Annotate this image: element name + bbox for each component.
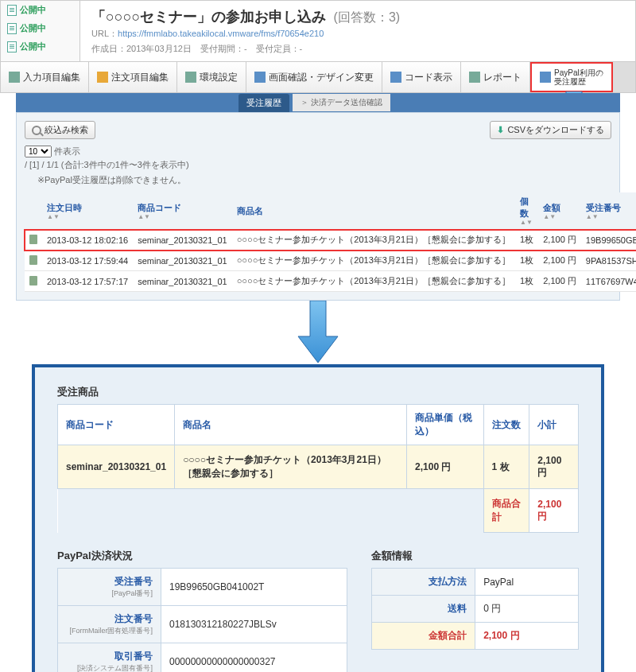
toolbar-label: PayPal利用の受注履歴 — [554, 68, 603, 86]
item-row: seminar_20130321_01 ○○○○セミナー参加チケット（2013年… — [58, 445, 579, 489]
paypal-heading: PayPal決済状況 — [57, 549, 347, 563]
form-title: 「○○○○セミナー」の参加お申し込み — [91, 9, 327, 25]
download-csv-button[interactable]: ⬇CSVをダウンロードする — [490, 121, 611, 139]
screen-icon — [254, 72, 266, 83]
toolbar-label: 注文項目編集 — [111, 71, 169, 84]
col-code[interactable]: 商品コード▲▼ — [133, 192, 232, 230]
status-item: 公開中 — [1, 19, 80, 37]
cell-name: ○○○○セミナー参加チケット（2013年3月21日）［懇親会に参加する］ — [232, 271, 515, 292]
items-total-label: 商品合計 — [483, 489, 529, 533]
list-note: ※PayPal受注履歴は削除できません。 — [37, 174, 611, 186]
col-datetime[interactable]: 注文日時▲▼ — [42, 192, 133, 230]
button-label: CSVをダウンロードする — [507, 124, 604, 136]
page-size-label: 件表示 — [54, 146, 80, 156]
arrow-annotation — [0, 301, 636, 364]
toolbar-spacer — [613, 62, 635, 92]
report-button[interactable]: レポート — [461, 62, 530, 92]
document-icon — [7, 5, 17, 16]
design-preview-button[interactable]: 画面確認・デザイン変更 — [246, 62, 382, 92]
cell-amount: 2,100 円 — [538, 230, 581, 251]
answer-count: (回答数：3) — [334, 10, 401, 24]
code-icon — [390, 72, 401, 83]
items-total-value: 2,100 円 — [529, 489, 579, 533]
cell-datetime: 2013-03-12 18:02:16 — [42, 230, 133, 251]
page-size-row: 10 件表示 / [1] / 1/1 (合計:3件中の1件〜3件を表示中) — [25, 146, 611, 171]
status-item: 公開中 — [1, 37, 80, 56]
items-table: 商品コード 商品名 商品単価（税込） 注文数 小計 seminar_201303… — [57, 404, 579, 533]
download-icon: ⬇ — [497, 125, 504, 135]
cell-qty: 1枚 — [515, 251, 538, 271]
table-row[interactable]: 2013-03-12 17:57:17seminar_20130321_01○○… — [25, 271, 636, 292]
cell-datetime: 2013-03-12 17:57:17 — [42, 271, 133, 292]
item-name: ○○○○セミナー参加チケット（2013年3月21日）［懇親会に参加する］ — [175, 445, 407, 489]
header-url-row: URL：https://fmmlabo.takeakilocal.vmware/… — [91, 28, 624, 40]
order-edit-button[interactable]: 注文項目編集 — [89, 62, 177, 92]
table-row[interactable]: 2013-03-12 18:02:16seminar_20130321_01○○… — [25, 230, 636, 251]
form-url-link[interactable]: https://fmmlabo.takeakilocal.vmware/fms/… — [118, 29, 324, 38]
table-row[interactable]: 2013-03-12 17:59:44seminar_20130321_01○○… — [25, 251, 636, 271]
toolbar-label: コード表示 — [405, 71, 452, 84]
toolbar: 入力項目編集 注文項目編集 環境設定 画面確認・デザイン変更 コード表示 レポー… — [0, 62, 636, 93]
page-header: 公開中 公開中 公開中 「○○○○セミナー」の参加お申し込み (回答数：3) U… — [0, 0, 636, 62]
method-value: PayPal — [475, 569, 579, 596]
amount-table: 支払方法PayPal 送料0 円 金額合計2,100 円 — [371, 568, 579, 650]
col-qty[interactable]: 個数▲▼ — [515, 192, 538, 230]
items-total-row: 商品合計 2,100 円 — [58, 489, 579, 533]
col-name[interactable]: 商品名 — [232, 192, 515, 230]
pencil-icon — [9, 72, 20, 83]
page-info: / [1] / 1/1 (合計:3件中の1件〜3件を表示中) — [25, 159, 611, 171]
paypal-history-button[interactable]: PayPal利用の受注履歴 — [530, 62, 613, 92]
input-edit-button[interactable]: 入力項目編集 — [1, 62, 89, 92]
cell-name: ○○○○セミナー参加チケット（2013年3月21日）［懇親会に参加する］ — [232, 230, 515, 251]
th-qty: 注文数 — [483, 405, 529, 445]
order-list-panel: 絞込み検索 ⬇CSVをダウンロードする 10 件表示 / [1] / 1/1 (… — [16, 112, 620, 301]
tab-order-history[interactable]: 受注履歴 — [238, 94, 289, 112]
env-settings-button[interactable]: 環境設定 — [177, 62, 246, 92]
status-label: 公開中 — [20, 22, 46, 34]
list-icon — [540, 72, 551, 83]
order-label: 注文番号[FormMailer固有処理番号] — [58, 606, 161, 643]
cell-qty: 1枚 — [515, 230, 538, 251]
document-icon — [7, 41, 17, 52]
report-icon — [469, 72, 480, 83]
tab-payment-confirm[interactable]: ＞ 決済データ送信確認 — [293, 94, 390, 111]
cell-receipt: 11T67697W40509226 — [581, 271, 636, 292]
total-value: 2,100 円 — [475, 623, 579, 650]
cart-icon — [97, 72, 108, 83]
txn-label: 取引番号[決済システム固有番号] — [58, 643, 161, 673]
trash-icon — [29, 255, 37, 265]
th-code: 商品コード — [58, 405, 175, 445]
order-value: 018130312180227JBLSv — [161, 606, 347, 643]
trash-icon — [29, 235, 37, 244]
th-subtotal: 小計 — [529, 405, 579, 445]
col-amount[interactable]: 金額▲▼ — [538, 192, 581, 230]
page-size-select[interactable]: 10 — [25, 146, 52, 157]
cell-receipt: 9PA81537SH9199016 — [581, 251, 636, 271]
receipt-label: 受注番号[PayPal番号] — [58, 569, 161, 606]
code-view-button[interactable]: コード表示 — [382, 62, 461, 92]
filter-search-button[interactable]: 絞込み検索 — [25, 121, 95, 139]
tabs-strip: 受注履歴 ＞ 決済データ送信確認 — [16, 93, 620, 112]
receipt-value: 19B99650GB041002T — [161, 569, 347, 606]
cell-code: seminar_20130321_01 — [133, 251, 232, 271]
cell-receipt: 19B99650GB041002T — [581, 230, 636, 251]
arrow-down-icon — [294, 301, 342, 364]
status-item: 公開中 — [1, 1, 80, 19]
item-code: seminar_20130321_01 — [58, 445, 175, 489]
toolbar-label: 入力項目編集 — [23, 71, 80, 84]
header-main: 「○○○○セミナー」の参加お申し込み (回答数：3) URL：https://f… — [80, 1, 635, 61]
search-icon — [32, 126, 41, 135]
col-receipt[interactable]: 受注番号▲▼ — [581, 192, 636, 230]
button-label: 絞込み検索 — [45, 124, 88, 136]
th-name: 商品名 — [175, 405, 407, 445]
document-icon — [7, 23, 17, 34]
ship-label: 送料 — [372, 596, 475, 623]
order-detail-panel: 受注商品 商品コード 商品名 商品単価（税込） 注文数 小計 seminar_2… — [32, 364, 604, 672]
cell-amount: 2,100 円 — [538, 271, 581, 292]
cell-code: seminar_20130321_01 — [133, 271, 232, 292]
items-heading: 受注商品 — [57, 385, 579, 399]
trash-icon — [29, 276, 37, 286]
cell-amount: 2,100 円 — [538, 251, 581, 271]
gear-icon — [185, 72, 196, 83]
toolbar-label: 環境設定 — [200, 71, 238, 84]
